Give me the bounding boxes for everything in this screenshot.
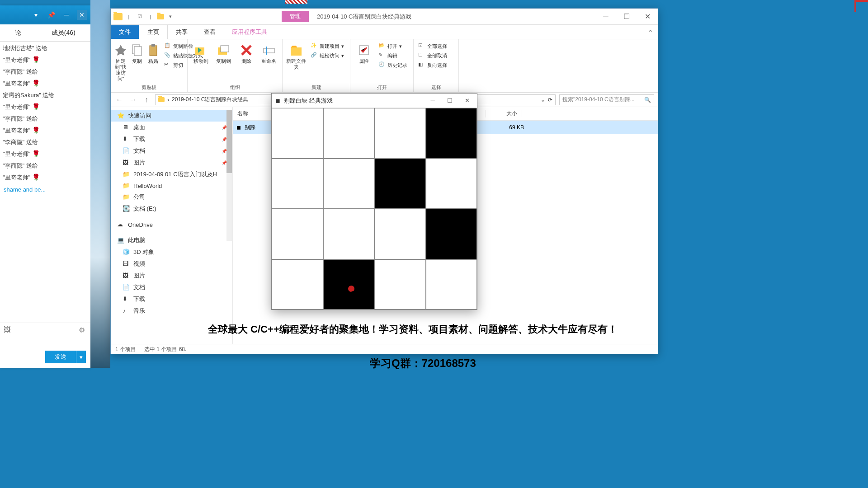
invert-selection-button[interactable]: ◧反向选择	[416, 61, 449, 69]
nav-pictures[interactable]: 🖼图片📌	[111, 157, 232, 169]
nav-videos[interactable]: 🎞视频	[111, 258, 232, 270]
tile-black[interactable]	[426, 209, 477, 259]
nav-documents[interactable]: 📄文档	[111, 282, 232, 293]
game-grid	[272, 108, 477, 310]
gear-icon[interactable]: ⚙	[79, 326, 87, 334]
nav-this-pc[interactable]: 💻此电脑	[111, 235, 232, 246]
nav-documents[interactable]: 📄文档📌	[111, 145, 232, 157]
nav-drive[interactable]: 💽文档 (E:)	[111, 203, 232, 215]
copy-to-button[interactable]: 复制到	[213, 41, 234, 64]
ribbon-collapse-icon[interactable]: ⌃	[643, 27, 658, 39]
ribbon: 固定到"快速访问" 复制 粘贴 📋复制路径 📎粘贴快捷方式 ✂剪切 剪贴板	[111, 39, 658, 93]
rose-icon	[32, 174, 40, 182]
game-close-button[interactable]: ✕	[461, 96, 473, 106]
tab-file[interactable]: 文件	[111, 25, 139, 39]
tab-share[interactable]: 共享	[168, 25, 196, 39]
tile-white[interactable]	[374, 209, 426, 259]
tile-white[interactable]	[374, 259, 426, 310]
up-button[interactable]: ↑	[142, 95, 151, 105]
send-dropdown[interactable]: ▾	[76, 351, 86, 363]
im-close-button[interactable]: ✕	[77, 10, 87, 20]
easy-access-button[interactable]: 🔗轻松访问 ▾	[309, 52, 346, 60]
refresh-icon[interactable]: ⟳	[548, 97, 552, 103]
nav-pictures[interactable]: 🖼图片	[111, 270, 232, 282]
nav-quick-access[interactable]: ⭐快速访问	[111, 110, 232, 122]
rename-button[interactable]: 重命名	[259, 41, 279, 64]
nav-desktop[interactable]: 🖥桌面📌	[111, 122, 232, 133]
paste-button[interactable]: 粘贴	[146, 41, 160, 64]
send-button[interactable]: 发送	[45, 351, 76, 363]
nav-downloads[interactable]: ⬇下载📌	[111, 133, 232, 145]
game-minimize-button[interactable]: ─	[426, 96, 439, 106]
tile-white[interactable]	[323, 209, 375, 259]
maximize-button[interactable]: ☐	[616, 10, 637, 23]
im-tab-members[interactable]: 成员(46)	[52, 29, 75, 37]
properties-icon	[357, 43, 371, 57]
search-input[interactable]: 搜索"2019-04-10 C语言别踩... 🔍	[559, 94, 654, 105]
im-pin-icon[interactable]: 📌	[46, 10, 56, 20]
tab-view[interactable]: 查看	[196, 25, 224, 39]
address-dropdown-icon[interactable]: ⌄	[541, 97, 545, 103]
new-folder-button[interactable]: 新建文件夹	[285, 41, 307, 70]
tile-white[interactable]	[426, 159, 477, 209]
copy-button[interactable]: 复制	[130, 41, 144, 64]
pin-quick-access-button[interactable]: 固定到"快速访问"	[113, 41, 128, 82]
nav-folder[interactable]: 📁公司	[111, 191, 232, 203]
properties-button[interactable]: 属性	[353, 41, 375, 64]
history-button[interactable]: 🕘历史记录	[377, 61, 409, 69]
document-icon: 📄	[123, 284, 130, 291]
image-icon[interactable]: 🖼	[4, 326, 11, 334]
im-message: "李商隐" 送给	[2, 136, 89, 148]
im-dropdown-icon[interactable]: ▾	[31, 10, 41, 20]
im-minimize-button[interactable]: ─	[61, 10, 71, 20]
nav-3d-objects[interactable]: 🧊3D 对象	[111, 246, 232, 258]
back-button[interactable]: ←	[114, 95, 124, 105]
nav-scrollbar[interactable]	[226, 110, 232, 241]
forward-button[interactable]: →	[128, 95, 138, 105]
tile-white[interactable]	[374, 108, 426, 159]
tile-black[interactable]	[323, 259, 375, 310]
desktop-icon: 🖥	[123, 124, 130, 131]
tile-white[interactable]	[272, 108, 323, 159]
minimize-button[interactable]: ─	[595, 10, 616, 23]
edit-button[interactable]: ✎编辑	[377, 52, 409, 60]
delete-button[interactable]: 删除	[236, 41, 257, 64]
tile-white[interactable]	[323, 108, 375, 159]
breadcrumb[interactable]: 2019-04-10 C语言别踩白块经典	[172, 96, 248, 103]
folder-icon: 📁	[123, 193, 130, 201]
select-all-icon: ☑	[418, 42, 425, 50]
select-none-button[interactable]: ☐全部取消	[416, 52, 449, 60]
open-button[interactable]: 📂打开 ▾	[377, 42, 409, 50]
nav-folder[interactable]: 📁2019-04-09 01 C语言入门以及H	[111, 169, 232, 180]
tile-white[interactable]	[272, 209, 323, 259]
tile-white[interactable]	[272, 159, 323, 209]
new-item-button[interactable]: ✨新建项目 ▾	[309, 42, 346, 50]
im-message: "里奇老师"	[2, 125, 89, 136]
qat-dropdown-icon[interactable]: ▾	[166, 12, 175, 21]
im-link[interactable]: shame and be...	[2, 183, 89, 196]
window-title: 2019-04-10 C语言别踩白块经典游戏	[309, 13, 595, 21]
move-to-button[interactable]: 移动到	[190, 41, 211, 64]
game-maximize-button[interactable]: ☐	[443, 96, 456, 106]
nav-folder[interactable]: 📁HelloWorld	[111, 180, 232, 191]
ribbon-group-label: 新建	[283, 84, 350, 92]
ribbon-group-label: 组织	[188, 84, 282, 92]
copy-to-icon	[216, 43, 231, 57]
select-all-button[interactable]: ☑全部选择	[416, 42, 449, 50]
tile-black[interactable]	[374, 159, 426, 209]
tab-home[interactable]: 主页	[139, 25, 168, 39]
im-tab-discuss[interactable]: 论	[15, 29, 21, 37]
tile-black[interactable]	[426, 108, 477, 159]
tile-white[interactable]	[272, 259, 323, 310]
qat-properties-icon[interactable]: ☑	[135, 12, 144, 21]
record-marker	[285, 0, 307, 4]
folder-icon[interactable]	[157, 14, 164, 19]
tile-white[interactable]	[426, 259, 477, 310]
nav-music[interactable]: ♪音乐	[111, 305, 232, 317]
close-button[interactable]: ✕	[637, 10, 658, 23]
tab-app-tools[interactable]: 应用程序工具	[224, 25, 275, 39]
col-size[interactable]: 大小	[486, 110, 522, 117]
nav-onedrive[interactable]: ☁OneDrive	[111, 219, 232, 230]
tile-white[interactable]	[323, 159, 375, 209]
nav-downloads[interactable]: ⬇下载	[111, 293, 232, 305]
